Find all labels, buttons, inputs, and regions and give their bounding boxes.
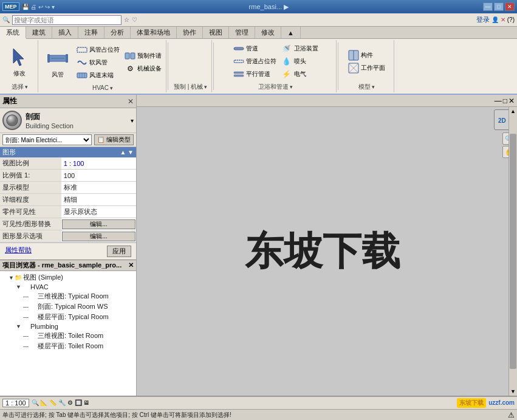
properties-title: 属性 [2, 96, 17, 106]
ribbon-item-duct-placeholder[interactable]: 风管占位符 [75, 44, 122, 56]
instance-select[interactable]: 剖面: Main Electrici... [2, 134, 92, 145]
tab-architecture[interactable]: 建筑 [26, 27, 52, 38]
ribbon-item-sprinkler[interactable]: 💧 喷头 [279, 55, 320, 67]
quick-access-icons: 💾 🖨 ↩ ↪ ▾ [22, 4, 55, 10]
restore-button[interactable]: □ [494, 2, 504, 11]
ribbon-item-modify[interactable]: 修改 [4, 41, 35, 81]
canvas-close-icon[interactable]: — [495, 97, 502, 105]
uzzf-logo: uzzf.com [488, 399, 515, 406]
prop-label-graphic-display: 图形显示选项 [0, 230, 61, 243]
object-dropdown[interactable]: ▾ [131, 117, 134, 124]
minimize-button[interactable]: — [483, 2, 493, 11]
search-bar-right: 登录 👤 ✕ (?) [476, 15, 515, 24]
user-icon: 👤 [491, 16, 499, 23]
canvas-close-btn[interactable]: ✕ [508, 97, 515, 105]
canvas-area[interactable]: — □ ✕ 东坡下载 2D 🔍 ✋ ▲ ▼ [137, 95, 517, 396]
filename-display: rme_basi... [249, 3, 282, 10]
prop-value-detail: 精细 [61, 194, 136, 206]
ribbon-item-component[interactable]: 构件 [346, 49, 387, 61]
tab-mass-site[interactable]: 体量和场地 [131, 27, 177, 38]
tree-item-hvac-section[interactable]: — 剖面: Typical Room WS [1, 301, 135, 312]
visibility-edit-button[interactable]: 编辑... [62, 219, 135, 229]
tree-item-plumbing-3d[interactable]: — 三维视图: Toilet Room [1, 331, 135, 341]
properties-close-button[interactable]: ✕ [128, 97, 134, 106]
electrical-label: 电气 [294, 70, 306, 78]
ribbon-item-flex-duct[interactable]: 软风管 [75, 57, 122, 69]
ribbon-item-mech-equipment[interactable]: ⚙ 机械设备 [123, 63, 163, 75]
prop-row-visibility: 可见性/图形替换 编辑... [0, 218, 136, 230]
prop-value-visibility: 编辑... [61, 218, 136, 230]
tree-label-hvac-floor: 楼层平面: Typical Room [38, 312, 109, 322]
close-icon-search: ✕ [501, 16, 505, 23]
properties-graphics-section: 图形 ▲ ▼ [0, 147, 136, 157]
flex-duct-label: 软风管 [89, 58, 108, 67]
scale-icons: 🔍 📐 📏 🔧 ⚙ 🔲 🖥 [32, 399, 90, 406]
duct-icon [46, 46, 70, 71]
status-text: 单击可进行选择; 按 Tab 键单击可选择其他项目; 按 Ctrl 键单击可将新… [2, 411, 505, 419]
svg-rect-11 [131, 53, 135, 59]
search-bar: 🔍 ☆ ♡ 登录 👤 ✕ (?) [0, 13, 517, 27]
component-label: 构件 [361, 51, 373, 60]
project-browser: 项目浏览器 - rme_basic_sample_pro... ✕ ▼ 📁 视图… [0, 260, 136, 396]
ribbon-item-parallel-pipe[interactable]: 平行管道 [231, 68, 278, 80]
scrollbar-thumb[interactable] [510, 134, 516, 369]
svg-rect-5 [77, 47, 87, 52]
tab-more[interactable]: ▲ [281, 27, 301, 38]
ribbon-item-pipe-placeholder[interactable]: 管道占位符 [231, 55, 278, 67]
tab-insert[interactable]: 插入 [52, 27, 78, 38]
watermark-text: 东坡下载 [245, 225, 400, 278]
graphic-display-edit-button[interactable]: 编辑... [62, 232, 135, 241]
tab-view[interactable]: 视图 [203, 27, 229, 38]
tree-item-hvac-3d[interactable]: — 三维视图: Typical Room [1, 291, 135, 301]
apply-button[interactable]: 应用 [107, 246, 131, 257]
star-icon: ☆ [124, 16, 129, 23]
ribbon-group-hvac: 风管 风管占位符 [39, 40, 166, 92]
project-browser-close-button[interactable]: ✕ [128, 261, 134, 269]
scrollbar-up-btn[interactable]: ▲ [509, 107, 517, 115]
scrollbar-right[interactable]: ▲ ▼ [508, 107, 517, 396]
ribbon-item-pipe[interactable]: 管道 [231, 43, 278, 55]
search-bar-left: 🔍 ☆ ♡ [2, 15, 137, 25]
properties-help-link[interactable]: 属性帮助 [2, 244, 34, 258]
mech-equipment-label: 机械设备 [137, 64, 162, 73]
canvas-restore-icon[interactable]: □ [503, 97, 507, 105]
object-type: Building Section [26, 122, 74, 129]
ribbon-item-fengguang[interactable]: 风管 [42, 41, 74, 83]
tree-item-hvac-floor[interactable]: — 楼层平面: Typical Room [1, 312, 135, 322]
properties-instance-bar: 剖面: Main Electrici... 📋 编辑类型 [0, 133, 136, 147]
section-expand-arrow[interactable]: ▲ ▼ [120, 149, 134, 156]
svg-rect-10 [125, 53, 129, 59]
tab-collaborate[interactable]: 协作 [177, 27, 203, 38]
edit-type-button[interactable]: 📋 编辑类型 [94, 134, 134, 145]
scrollbar-down-btn[interactable]: ▼ [509, 387, 517, 396]
plumbing-items: 管道 管道占位符 [231, 41, 320, 81]
search-input[interactable] [12, 15, 122, 25]
tree-item-root[interactable]: ▼ 📁 视图 (Simple) [1, 272, 135, 283]
ribbon-content: 修改 选择▾ [0, 39, 517, 94]
model-group-label: 模型▾ [358, 83, 375, 91]
svg-marker-0 [13, 49, 24, 66]
tab-system[interactable]: 系统 [0, 27, 26, 39]
separator-1 [168, 43, 168, 90]
login-text[interactable]: 登录 [476, 15, 490, 24]
ribbon-item-plumbing-fixture[interactable]: 🚿 卫浴装置 [279, 43, 320, 55]
ribbon-item-electrical[interactable]: ⚡ 电气 [279, 68, 320, 80]
tree-item-plumbing-floor[interactable]: — 楼层平面: Toilet Room [1, 341, 135, 351]
tab-modify[interactable]: 修改 [255, 27, 281, 38]
ribbon-item-air-terminal[interactable]: 风道末端 [75, 69, 122, 81]
tree-item-hvac[interactable]: ▼ HVAC [1, 283, 135, 291]
tab-annotate[interactable]: 注释 [78, 27, 104, 38]
close-button[interactable]: ✕ [505, 2, 515, 11]
tree-item-plumbing[interactable]: ▼ Plumbing [1, 322, 135, 331]
ribbon-item-prefab[interactable]: 预制件请 [123, 50, 163, 62]
ribbon-item-workplane[interactable]: 工作平面 [346, 62, 387, 74]
electrical-icon: ⚡ [281, 69, 292, 80]
object-icon [2, 111, 22, 130]
title-bar-right: — □ ✕ [483, 2, 515, 11]
ribbon-group-plumbing: 管道 管道占位符 [215, 40, 337, 92]
fengguang-label: 风管 [52, 71, 64, 79]
tab-analyze[interactable]: 分析 [104, 27, 131, 38]
prefab-icon [125, 50, 135, 61]
prop-value-scale[interactable]: 1 : 100 [61, 157, 136, 170]
tab-manage[interactable]: 管理 [229, 27, 255, 38]
